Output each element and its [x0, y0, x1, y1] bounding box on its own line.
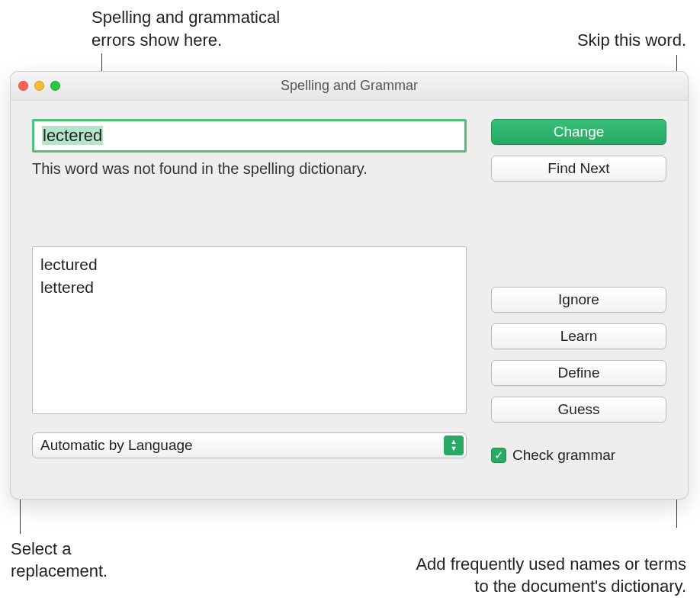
ignore-button[interactable]: Ignore [491, 287, 666, 313]
language-popup[interactable]: Automatic by Language ▲▼ [32, 432, 467, 458]
suggestions-list[interactable]: lectured lettered [32, 246, 467, 414]
list-item[interactable]: lettered [40, 276, 458, 299]
callout-errors-show-here: Spelling and grammatical errors show her… [92, 6, 282, 51]
error-message: This word was not found in the spelling … [32, 160, 467, 178]
learn-button[interactable]: Learn [491, 323, 666, 349]
list-item[interactable]: lectured [40, 253, 458, 276]
callout-skip-word: Skip this word. [577, 29, 686, 52]
error-word-input[interactable]: lectered [32, 119, 467, 153]
callout-select-replacement: Select a replacement. [11, 538, 163, 583]
minimize-icon[interactable] [34, 81, 44, 91]
define-button[interactable]: Define [491, 360, 666, 386]
close-icon[interactable] [18, 81, 28, 91]
language-popup-label: Automatic by Language [40, 437, 193, 454]
error-word-value: lectered [42, 126, 103, 145]
guess-button[interactable]: Guess [491, 397, 666, 423]
window-title: Spelling and Grammar [11, 78, 688, 94]
change-button[interactable]: Change [491, 119, 666, 145]
check-grammar-label: Check grammar [512, 447, 615, 464]
find-next-button[interactable]: Find Next [491, 156, 666, 182]
zoom-icon[interactable] [50, 81, 60, 91]
check-grammar-checkbox[interactable]: ✓ [491, 448, 506, 463]
spelling-grammar-window: Spelling and Grammar lectered This word … [11, 72, 688, 499]
callout-add-to-dictionary: Add frequently used names or terms to th… [412, 553, 686, 598]
chevron-updown-icon: ▲▼ [444, 435, 464, 455]
titlebar: Spelling and Grammar [11, 72, 688, 101]
